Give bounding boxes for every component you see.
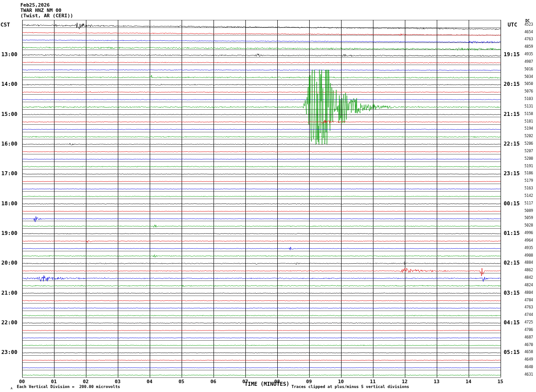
- x-tick-label: 15: [497, 379, 503, 384]
- dc-value: 5163: [524, 187, 533, 190]
- left-axis-label: CST: [0, 22, 10, 27]
- utc-time-label: 20:15: [504, 81, 520, 87]
- utc-time-label: 05:15: [504, 350, 520, 355]
- utc-time-label: 02:15: [504, 260, 520, 265]
- x-tick-label: 13: [434, 379, 439, 384]
- x-tick-label: 12: [402, 379, 408, 384]
- dc-value: 5076: [524, 90, 533, 93]
- utc-time-label: 21:15: [504, 111, 520, 117]
- dc-value: 4804: [524, 291, 533, 295]
- utc-time-label: 22:15: [504, 141, 520, 146]
- scale-note: Each Vertical Division = 200.00 microvol…: [17, 385, 120, 389]
- dc-value: 4935: [524, 53, 533, 56]
- x-tick-label: 03: [115, 379, 120, 384]
- cst-time-label: 16:00: [1, 141, 17, 146]
- dc-value: 4658: [524, 350, 533, 354]
- utc-time-label: 00:15: [504, 201, 520, 206]
- x-tick-label: 11: [370, 379, 376, 384]
- dc-value: 4725: [524, 321, 533, 324]
- cst-time-label: 21:00: [1, 290, 17, 296]
- header-location: (Twist, AR (CERI)): [20, 13, 73, 18]
- dc-value: 4862: [524, 269, 533, 272]
- dc-value: 4670: [524, 343, 533, 347]
- dc-value: 5089: [524, 209, 533, 213]
- dc-value: 5191: [524, 165, 533, 168]
- cst-time-label: 15:00: [1, 111, 17, 117]
- dc-value: 4964: [524, 239, 533, 242]
- dc-value: 5142: [524, 194, 533, 198]
- dc-value: 5034: [524, 75, 533, 79]
- x-tick-label: 01: [51, 379, 57, 384]
- labels-layer: Feb25,2026 TWAR HNZ NM 00 (Twist, AR (CE…: [0, 0, 536, 392]
- x-tick-label: 04: [147, 379, 152, 384]
- dc-value: 4884: [524, 261, 533, 265]
- dc-value: 4523: [524, 23, 533, 27]
- dc-value: 4631: [524, 373, 533, 377]
- dc-value: 4824: [524, 284, 533, 287]
- dc-value: 5028: [524, 224, 533, 227]
- dc-value: 5207: [524, 150, 533, 153]
- utc-time-label: 04:15: [504, 320, 520, 325]
- dc-value: 5206: [524, 142, 533, 146]
- dc-value: 5103: [524, 97, 533, 101]
- dc-value: 4654: [524, 31, 533, 34]
- dc-value: 4649: [524, 358, 533, 361]
- helicorder-page: Feb25,2026 TWAR HNZ NM 00 (Twist, AR (CE…: [0, 0, 536, 392]
- dc-value: 4763: [524, 38, 533, 41]
- dc-value: 5194: [524, 127, 533, 131]
- utc-time-label: 23:15: [504, 171, 520, 176]
- utc-time-label: 01:15: [504, 231, 520, 236]
- cst-time-label: 22:00: [1, 320, 17, 325]
- header-station: TWAR HNZ NM 00: [20, 8, 62, 13]
- dc-value: 4784: [524, 299, 533, 302]
- dc-value: 5131: [524, 105, 533, 108]
- dc-value: 4763: [524, 306, 533, 309]
- cst-time-label: 14:00: [1, 81, 17, 87]
- header-date: Feb25,2026: [20, 3, 50, 8]
- dc-value: 5186: [524, 172, 533, 175]
- dc-value: 4744: [524, 313, 533, 317]
- dc-value: 4706: [524, 328, 533, 332]
- x-tick-label: 09: [306, 379, 312, 384]
- dc-value: 4935: [524, 246, 533, 250]
- dc-value: 5117: [524, 202, 533, 205]
- x-tick-label: 00: [19, 379, 25, 384]
- cst-time-label: 20:00: [1, 260, 17, 265]
- x-tick-label: 14: [466, 379, 471, 384]
- dc-value: 5200: [524, 157, 533, 161]
- dc-value: 5158: [524, 112, 533, 116]
- corner-mark: A: [11, 387, 12, 390]
- dc-value: 4908: [524, 254, 533, 257]
- utc-time-label: 19:15: [504, 52, 520, 57]
- cst-time-label: 19:00: [1, 231, 17, 236]
- x-tick-label: 10: [338, 379, 344, 384]
- cst-time-label: 13:00: [1, 52, 17, 57]
- cst-time-label: 23:00: [1, 350, 17, 355]
- x-axis-title: TIME (MINUTES): [245, 381, 289, 387]
- dc-value: 5059: [524, 216, 533, 220]
- x-tick-label: 05: [179, 379, 184, 384]
- dc-value: 5181: [524, 120, 533, 123]
- x-tick-label: 07: [242, 379, 248, 384]
- dc-value: 5016: [524, 68, 533, 71]
- dc-value: 5179: [524, 179, 533, 183]
- cst-time-label: 17:00: [1, 171, 17, 176]
- cst-time-label: 18:00: [1, 201, 17, 206]
- dc-value: 4687: [524, 336, 533, 339]
- dc-value: 4859: [524, 45, 533, 49]
- clip-note: Traces clipped at plus/minus 5 vertical …: [291, 385, 409, 389]
- dc-value: 4640: [524, 365, 533, 369]
- utc-time-label: 03:15: [504, 290, 520, 296]
- x-tick-label: 02: [83, 379, 89, 384]
- dc-value: 4996: [524, 231, 533, 235]
- x-tick-label: 08: [274, 379, 280, 384]
- dc-value: 5050: [524, 82, 533, 86]
- x-tick-label: 06: [210, 379, 216, 384]
- dc-value: 4842: [524, 276, 533, 280]
- dc-value: 5202: [524, 135, 533, 138]
- dc-value: 4987: [524, 60, 533, 64]
- right-axis-label: UTC: [508, 22, 517, 27]
